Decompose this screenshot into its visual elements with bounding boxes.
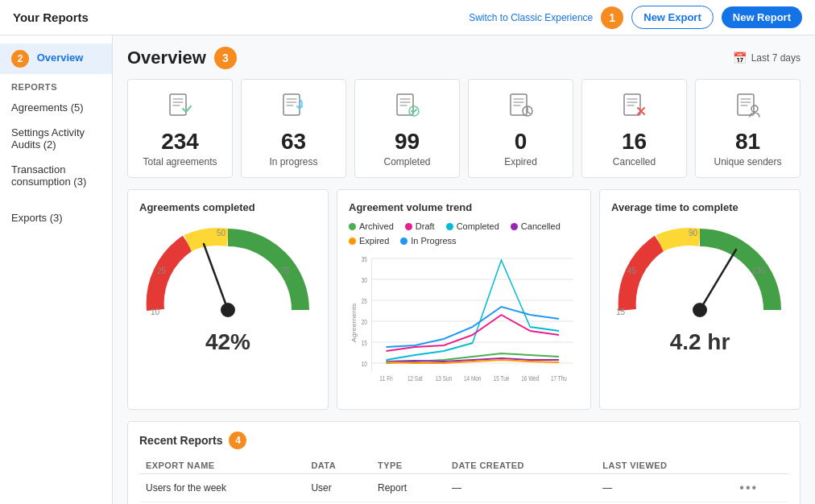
svg-text:15: 15	[362, 339, 368, 347]
sidebar-item-agreements[interactable]: Agreements (5)	[0, 95, 112, 120]
stat-card-in-progress: 63 In progress	[241, 79, 346, 178]
svg-text:12 Sat: 12 Sat	[408, 374, 423, 382]
completed-label: Completed	[383, 156, 430, 167]
badge-4: 4	[229, 432, 246, 449]
gauge2-svg: 15 45 90 135	[611, 221, 788, 326]
expired-number: 0	[515, 130, 527, 153]
gauge2-title: Average time to complete	[611, 201, 788, 213]
legend-completed: Completed	[446, 221, 499, 231]
line-chart-svg: 35 30 25 20 15 10 Agreements 11 Fri 12 S…	[349, 250, 579, 395]
col-type: TYPE	[371, 457, 445, 474]
sidebar-item-exports[interactable]: Exports (3)	[0, 205, 112, 230]
date-range-label: Last 7 days	[751, 52, 801, 64]
legend-in-progress-dot	[400, 238, 408, 245]
svg-point-10	[751, 105, 758, 112]
settings-activity-count: (2)	[43, 138, 56, 151]
legend-in-progress-label: In Progress	[411, 236, 456, 246]
svg-line-15	[204, 244, 228, 310]
svg-text:25: 25	[362, 297, 368, 305]
content-area: Overview 3 📅 Last 7 days	[113, 35, 815, 504]
svg-text:20: 20	[362, 318, 368, 326]
gauge-agreements-completed: Agreements completed 10 25 50	[127, 189, 329, 410]
svg-text:45: 45	[627, 266, 637, 275]
row-last-viewed: —	[596, 474, 733, 502]
svg-text:75: 75	[280, 266, 290, 275]
svg-point-16	[221, 303, 235, 317]
gauge1-svg: 10 25 50 75	[139, 221, 316, 326]
switch-link[interactable]: Switch to Classic Experience	[469, 12, 593, 23]
in-progress-number: 63	[281, 130, 306, 153]
row-dots-menu[interactable]: •••	[739, 481, 758, 494]
svg-text:Agreements: Agreements	[351, 304, 357, 343]
svg-rect-4	[511, 94, 527, 115]
legend-expired-label: Expired	[359, 236, 389, 246]
stat-card-total-agreements: 234 Total agreements	[127, 79, 233, 178]
main-layout: 2 Overview REPORTS Agreements (5) Settin…	[0, 35, 815, 504]
new-report-button[interactable]: New Report	[722, 6, 802, 28]
gauge2-value: 4.2 hr	[670, 329, 730, 355]
gauge1-value: 42%	[205, 329, 250, 355]
unique-senders-number: 81	[735, 130, 760, 153]
stat-card-unique-senders: 81 Unique senders	[695, 79, 801, 178]
badge-2: 2	[11, 50, 29, 68]
agreements-count: (5)	[71, 101, 84, 114]
svg-text:30: 30	[362, 276, 368, 284]
cancelled-icon	[619, 91, 650, 126]
sidebar-item-overview[interactable]: 2 Overview	[0, 43, 112, 74]
legend-archived-label: Archived	[359, 221, 394, 231]
legend-completed-dot	[446, 223, 453, 230]
svg-rect-0	[170, 94, 186, 115]
row-actions[interactable]: •••	[733, 474, 788, 502]
sidebar-overview-label: Overview	[37, 52, 84, 64]
gauge1-title: Agreements completed	[139, 201, 316, 213]
expired-label: Expired	[504, 156, 537, 167]
svg-text:14 Mon: 14 Mon	[464, 374, 481, 382]
total-agreements-label: Total agreements	[143, 156, 217, 167]
unique-senders-label: Unique senders	[714, 156, 781, 167]
svg-text:11 Fri: 11 Fri	[379, 374, 393, 382]
svg-text:15 Tue: 15 Tue	[494, 374, 510, 382]
sidebar-item-transaction[interactable]: Transaction consumption (3)	[0, 157, 112, 194]
gauge-avg-time: Average time to complete 15 45 90 135	[599, 189, 801, 410]
sidebar-item-settings-activity[interactable]: Settings Activity Audits (2)	[0, 120, 112, 157]
svg-rect-1	[283, 94, 300, 115]
transaction-count: (3)	[73, 176, 86, 188]
badge-3: 3	[214, 47, 237, 69]
recent-reports-title: Recent Reports	[139, 434, 222, 447]
new-export-button[interactable]: New Export	[631, 6, 714, 29]
col-data: DATA	[304, 457, 371, 474]
legend-cancelled: Cancelled	[511, 221, 561, 231]
stat-card-cancelled: 16 Cancelled	[581, 79, 687, 178]
calendar-icon: 📅	[733, 52, 747, 64]
stat-card-expired: 0 Expired	[468, 79, 573, 178]
row-type: Report	[371, 474, 445, 502]
legend-expired-dot	[349, 238, 356, 245]
gauge2-container: 15 45 90 135 4.2 hr	[611, 221, 788, 355]
svg-text:13 Sun: 13 Sun	[436, 374, 452, 382]
unique-senders-icon	[733, 91, 763, 126]
legend-in-progress: In Progress	[400, 236, 456, 246]
svg-text:17 Thu: 17 Thu	[551, 374, 567, 382]
stat-cards-row: 234 Total agreements 63 In progress	[127, 79, 801, 178]
legend-cancelled-label: Cancelled	[521, 221, 561, 231]
table-row: Users for the week User Report — — •••	[139, 474, 788, 502]
recent-reports-panel: Recent Reports 4 EXPORT NAME DATA TYPE D…	[127, 421, 801, 504]
completed-number: 99	[395, 130, 420, 153]
linechart-legend: Archived Draft Completed Cancelled	[349, 221, 579, 246]
cancelled-label: Cancelled	[613, 156, 656, 167]
row-data: User	[304, 474, 371, 502]
recent-reports-header: Recent Reports 4	[139, 432, 788, 449]
in-progress-label: In progress	[269, 156, 317, 167]
svg-text:25: 25	[157, 266, 167, 275]
svg-text:10: 10	[362, 360, 368, 368]
svg-text:35: 35	[362, 255, 368, 263]
svg-text:15: 15	[616, 308, 626, 316]
top-bar-actions: Switch to Classic Experience 1 New Expor…	[469, 6, 802, 29]
legend-cancelled-dot	[511, 223, 518, 230]
svg-text:10: 10	[151, 308, 160, 316]
col-date-created: DATE CREATED	[445, 457, 596, 474]
date-range: 📅 Last 7 days	[733, 52, 801, 64]
agreement-volume-trend: Agreement volume trend Archived Draft	[337, 189, 591, 410]
app-title: Your Reports	[13, 10, 89, 24]
cancelled-number: 16	[622, 130, 647, 153]
